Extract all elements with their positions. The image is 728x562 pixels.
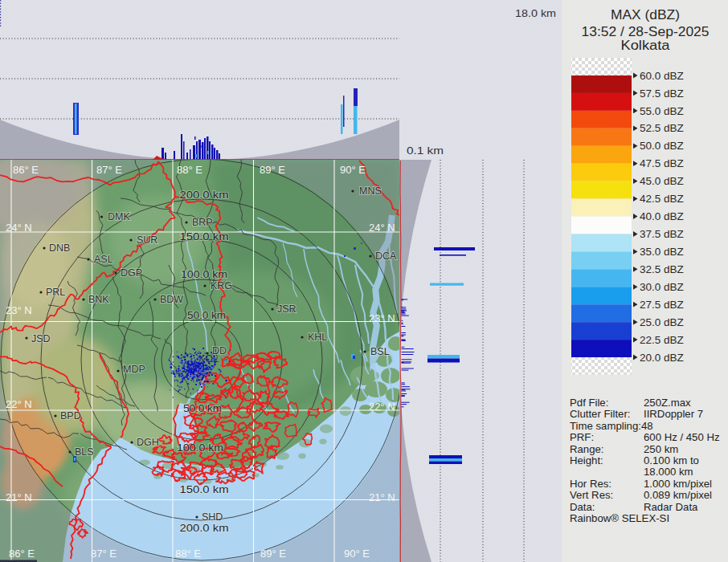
svg-text:18.0 km: 18.0 km (515, 7, 556, 19)
svg-text:0.1 km: 0.1 km (407, 145, 444, 157)
